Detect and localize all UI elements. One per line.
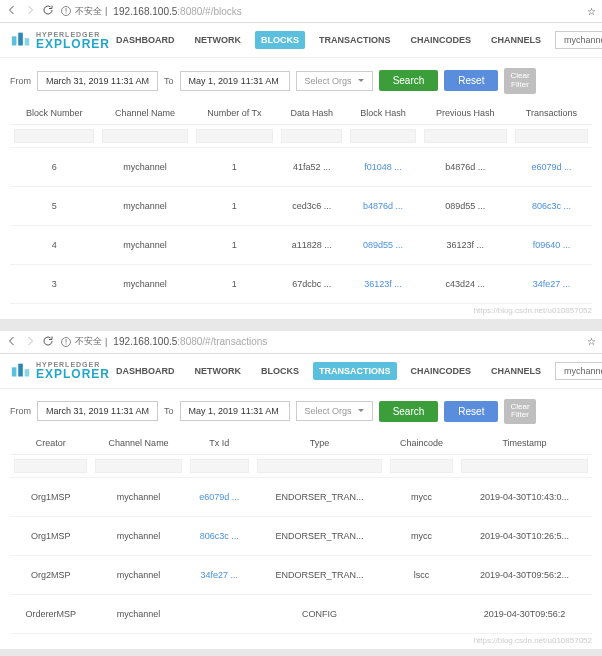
search-button[interactable]: Search [379,401,439,422]
nav-fwd-icon[interactable] [24,4,36,18]
reload-icon[interactable] [42,4,54,18]
nav-chaincodes[interactable]: CHAINCODES [405,362,478,380]
filter-input[interactable] [461,459,588,473]
svg-rect-7 [66,339,67,343]
filter-input[interactable] [14,459,87,473]
logo-icon [10,29,32,51]
svg-rect-10 [18,363,23,376]
cell-block-number: 5 [10,186,98,225]
nav-dashboard[interactable]: DASHBOARD [110,362,181,380]
cell-txid[interactable]: 34fe27 ... [186,556,253,595]
col-datahash[interactable]: Data Hash [277,102,346,125]
filter-input[interactable] [95,459,182,473]
cell-blockhash[interactable]: 36123f ... [346,264,419,303]
cell-txid[interactable] [186,595,253,634]
col-block-number[interactable]: Block Number [10,102,98,125]
header: HYPERLEDGEREXPLORER DASHBOARD NETWORK BL… [0,354,602,389]
org-select[interactable]: Select Orgs [296,401,373,421]
cell-type: ENDORSER_TRAN... [253,556,386,595]
reset-button[interactable]: Reset [444,70,498,91]
svg-rect-3 [12,36,17,45]
logo: HYPERLEDGEREXPLORER [10,360,110,382]
filter-input[interactable] [350,129,415,143]
cell-trans[interactable]: 34fe27 ... [511,264,592,303]
filter-input[interactable] [14,129,94,143]
header: HYPERLEDGEREXPLORER DASHBOARD NETWORK BL… [0,23,602,58]
search-button[interactable]: Search [379,70,439,91]
clear-filter-button[interactable]: ClearFilter [504,68,535,94]
nav-channels[interactable]: CHANNELS [485,31,547,49]
from-date-input[interactable]: March 31, 2019 11:31 AM [37,401,158,421]
cell-blockhash[interactable]: f01048 ... [346,147,419,186]
org-select[interactable]: Select Orgs [296,71,373,91]
cell-creator: Org2MSP [10,556,91,595]
col-chaincode[interactable]: Chaincode [386,432,457,455]
col-creator[interactable]: Creator [10,432,91,455]
cell-trans[interactable]: e6079d ... [511,147,592,186]
watermark: https://blog.csdn.net/u010857052 [0,634,602,649]
reload-icon[interactable] [42,335,54,349]
svg-rect-2 [66,13,67,14]
nav-channels[interactable]: CHANNELS [485,362,547,380]
filter-input[interactable] [281,129,342,143]
cell-numtx: 1 [192,147,277,186]
cell-channel: mychannel [98,264,191,303]
filter-input[interactable] [424,129,507,143]
cell-prevhash: c43d24 ... [420,264,511,303]
cell-blockhash[interactable]: b4876d ... [346,186,419,225]
cell-channel: mychannel [91,517,186,556]
cell-txid[interactable]: 806c3c ... [186,517,253,556]
col-txid[interactable]: Tx Id [186,432,253,455]
table-row: Org1MSPmychannele6079d ...ENDORSER_TRAN.… [10,478,592,517]
nav-back-icon[interactable] [6,335,18,349]
col-numtx[interactable]: Number of Tx [192,102,277,125]
channel-select[interactable]: mychannel [555,362,602,380]
bookmark-star-icon[interactable]: ☆ [587,336,596,347]
address-bar: 不安全 | 192.168.100.5:8080/#/blocks ☆ [0,0,602,23]
filter-input[interactable] [190,459,249,473]
table-row: Org1MSPmychannel806c3c ...ENDORSER_TRAN.… [10,517,592,556]
cell-blockhash[interactable]: 089d55 ... [346,225,419,264]
nav-network[interactable]: NETWORK [189,31,248,49]
nav-network[interactable]: NETWORK [189,362,248,380]
nav-transactions[interactable]: TRANSACTIONS [313,362,397,380]
col-prevhash[interactable]: Previous Hash [420,102,511,125]
to-date-input[interactable]: May 1, 2019 11:31 AM [180,71,290,91]
cell-txid[interactable]: e6079d ... [186,478,253,517]
filter-input[interactable] [390,459,453,473]
cell-channel: mychannel [98,225,191,264]
channel-select[interactable]: mychannel [555,31,602,49]
main-nav: DASHBOARD NETWORK BLOCKS TRANSACTIONS CH… [110,362,602,380]
nav-fwd-icon[interactable] [24,335,36,349]
address-bar: 不安全 | 192.168.100.5:8080/#/transactions … [0,331,602,354]
transactions-panel: 不安全 | 192.168.100.5:8080/#/transactions … [0,331,602,650]
to-date-input[interactable]: May 1, 2019 11:31 AM [180,401,290,421]
clear-filter-button[interactable]: ClearFilter [504,399,535,425]
reset-button[interactable]: Reset [444,401,498,422]
logo: HYPERLEDGEREXPLORER [10,29,110,51]
nav-blocks[interactable]: BLOCKS [255,31,305,49]
cell-trans[interactable]: 806c3c ... [511,186,592,225]
nav-back-icon[interactable] [6,4,18,18]
filter-input[interactable] [196,129,273,143]
cell-trans[interactable]: f09640 ... [511,225,592,264]
col-type[interactable]: Type [253,432,386,455]
filter-input[interactable] [515,129,588,143]
nav-blocks[interactable]: BLOCKS [255,362,305,380]
nav-chaincodes[interactable]: CHAINCODES [405,31,478,49]
blocks-content: From March 31, 2019 11:31 AM To May 1, 2… [0,58,602,304]
col-timestamp[interactable]: Timestamp [457,432,592,455]
from-date-input[interactable]: March 31, 2019 11:31 AM [37,71,158,91]
col-channel[interactable]: Channel Name [98,102,191,125]
bookmark-star-icon[interactable]: ☆ [587,6,596,17]
nav-dashboard[interactable]: DASHBOARD [110,31,181,49]
svg-rect-4 [18,33,23,46]
cell-datahash: 41fa52 ... [277,147,346,186]
filter-input[interactable] [257,459,382,473]
col-blockhash[interactable]: Block Hash [346,102,419,125]
col-trans[interactable]: Transactions [511,102,592,125]
nav-transactions[interactable]: TRANSACTIONS [313,31,397,49]
col-channel[interactable]: Channel Name [91,432,186,455]
logo-bottom: EXPLORER [36,38,110,50]
filter-input[interactable] [102,129,187,143]
